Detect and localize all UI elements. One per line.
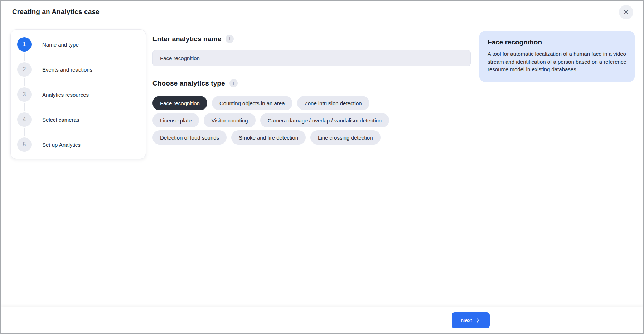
close-icon: ✕ (623, 9, 629, 16)
close-button[interactable]: ✕ (619, 5, 633, 19)
chip-row: License plate Visitor counting Camera da… (152, 113, 471, 127)
analytics-description-panel: Face recognition A tool for automatic lo… (479, 31, 635, 82)
step-number-badge: 4 (17, 112, 32, 127)
step-label: Name and type (42, 42, 79, 48)
step-number-badge: 5 (17, 137, 32, 152)
modal-footer: Next (1, 307, 643, 333)
chip-visitor-counting[interactable]: Visitor counting (204, 113, 255, 127)
step-label: Analytics resources (42, 92, 89, 98)
wizard-stepper: 1 Name and type 2 Events and reactions 3… (10, 29, 146, 159)
chip-row: Face recognition Counting objects in an … (152, 96, 471, 110)
analytics-description-text: A tool for automatic localization of a h… (488, 50, 626, 73)
next-button-label: Next (461, 317, 472, 323)
info-icon[interactable]: i (229, 79, 238, 87)
type-section-header: Choose analytics type i (152, 79, 471, 87)
step-events-and-reactions[interactable]: 2 Events and reactions (17, 62, 139, 77)
next-button[interactable]: Next (452, 312, 490, 328)
modal-title: Creating an Analytics case (12, 8, 100, 16)
step-set-up-analytics[interactable]: 5 Set up Analytics (17, 137, 139, 152)
step-analytics-resources[interactable]: 3 Analytics resources (17, 87, 139, 102)
step-name-and-type[interactable]: 1 Name and type (17, 37, 139, 52)
chip-counting-objects-in-an-area[interactable]: Counting objects in an area (212, 96, 292, 110)
analytics-name-input[interactable] (152, 50, 471, 66)
chip-row: Detection of loud sounds Smoke and fire … (152, 130, 471, 145)
step-number-badge: 3 (17, 87, 32, 102)
choose-analytics-type-heading: Choose analytics type (152, 79, 225, 87)
chevron-right-icon (475, 318, 480, 323)
step-number-badge: 2 (17, 62, 32, 77)
chip-zone-intrusion-detection[interactable]: Zone intrusion detection (297, 96, 369, 110)
chip-smoke-and-fire-detection[interactable]: Smoke and fire detection (231, 130, 306, 145)
analytics-type-chip-group: Face recognition Counting objects in an … (152, 96, 471, 145)
chip-camera-damage-overlap-vandalism-detection[interactable]: Camera damage / overlap / vandalism dete… (260, 113, 389, 127)
chip-line-crossing-detection[interactable]: Line crossing detection (310, 130, 380, 145)
info-icon-glyph: i (233, 81, 234, 86)
modal-header: Creating an Analytics case ✕ (1, 1, 643, 23)
step-label: Set up Analytics (42, 142, 81, 148)
info-icon[interactable]: i (226, 35, 234, 43)
analytics-description-title: Face recognition (488, 38, 626, 46)
create-analytics-modal: Creating an Analytics case ✕ 1 Name and … (0, 0, 644, 334)
enter-analytics-name-heading: Enter analytics name (152, 35, 221, 43)
chip-detection-of-loud-sounds[interactable]: Detection of loud sounds (152, 130, 227, 145)
info-icon-glyph: i (229, 37, 230, 42)
step-number-badge: 1 (17, 37, 32, 52)
chip-face-recognition[interactable]: Face recognition (152, 96, 207, 110)
chip-license-plate[interactable]: License plate (152, 113, 199, 127)
step-label: Select cameras (42, 117, 79, 123)
name-section-header: Enter analytics name i (152, 35, 471, 43)
main-content: Enter analytics name i Choose analytics … (152, 35, 471, 147)
step-label: Events and reactions (42, 67, 92, 73)
step-select-cameras[interactable]: 4 Select cameras (17, 112, 139, 127)
